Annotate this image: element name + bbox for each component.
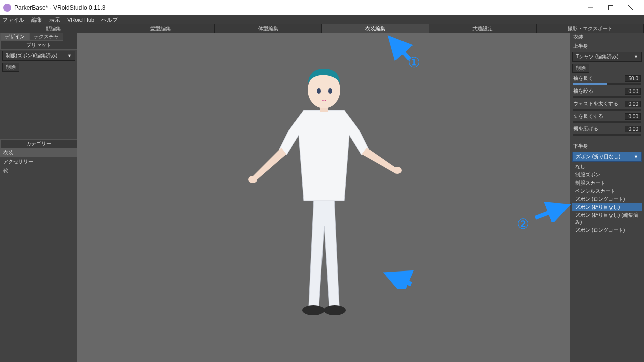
- close-button[interactable]: [621, 0, 641, 15]
- svg-point-6: [248, 176, 257, 183]
- chevron-down-icon: ▼: [634, 154, 638, 159]
- preset-delete-button[interactable]: 削除: [2, 63, 19, 72]
- annotation-number-2: ②: [517, 216, 529, 232]
- window-title: ParkerBase* - VRoidStudio 0.11.3: [14, 4, 105, 11]
- tab-export[interactable]: 撮影・エクスポート: [537, 24, 644, 33]
- upper-body-select-label: Tシャツ (編集済み): [576, 53, 619, 60]
- main-tab-bar: 顔編集 髪型編集 体型編集 衣装編集 共通設定 撮影・エクスポート: [0, 24, 644, 33]
- lower-option[interactable]: ズボン (折り目なし): [572, 203, 642, 211]
- svg-point-5: [324, 305, 346, 315]
- slider-track[interactable]: [573, 121, 641, 123]
- app-icon: [3, 4, 11, 12]
- lower-body-select-label: ズボン (折り目なし): [576, 153, 620, 160]
- chevron-down-icon: ▼: [634, 54, 638, 59]
- lower-body-label: 下半身: [570, 142, 644, 151]
- slider-label: 袖を長く: [573, 75, 593, 82]
- slider-row: ウェストを太くする0.00: [570, 99, 644, 112]
- menu-file[interactable]: ファイル: [2, 16, 24, 24]
- slider-value[interactable]: 0.00: [625, 126, 641, 132]
- minimize-button[interactable]: [581, 0, 601, 15]
- chevron-down-icon: ▼: [67, 53, 72, 58]
- preset-select-label: 制服(ズボン)(編集済み): [6, 52, 57, 59]
- slider-row: 丈を長くする0.00: [570, 112, 644, 124]
- tab-common[interactable]: 共通設定: [429, 24, 536, 33]
- maximize-button[interactable]: [601, 0, 621, 15]
- lower-option[interactable]: 制服ズボン: [572, 171, 642, 179]
- sub-tab-texture[interactable]: テクスチャ: [29, 33, 63, 41]
- tab-hair[interactable]: 髪型編集: [107, 24, 214, 33]
- annotation-arrow-bottom: [383, 269, 419, 289]
- category-list: 衣装 アクセサリー 靴: [0, 148, 77, 175]
- category-header: カテゴリー: [0, 139, 77, 148]
- lower-body-options-list: なし制服ズボン制服スカートペンシルスカートズボン (ロングコート)ズボン (折り…: [572, 163, 642, 234]
- svg-point-7: [393, 167, 402, 174]
- lower-option[interactable]: なし: [572, 163, 642, 171]
- svg-point-10: [317, 88, 321, 94]
- slider-value[interactable]: 0.00: [625, 101, 641, 107]
- menu-vroid-hub[interactable]: VRoid Hub: [67, 17, 94, 23]
- svg-point-11: [328, 88, 332, 94]
- lower-option[interactable]: ペンシルスカート: [572, 187, 642, 195]
- left-sub-tabs: デザイン テクスチャ: [0, 33, 77, 41]
- slider-value[interactable]: 0.00: [625, 88, 641, 95]
- right-header: 衣装: [570, 33, 644, 42]
- annotation-number-1: ①: [408, 54, 420, 71]
- upper-body-label: 上半身: [570, 42, 644, 51]
- tab-clothes[interactable]: 衣装編集: [322, 24, 429, 33]
- viewport-3d[interactable]: ① ②: [77, 33, 570, 362]
- slider-label: ウェストを太くする: [573, 100, 618, 107]
- right-panel: 衣装 上半身 Tシャツ (編集済み) ▼ 削除 袖を長く50.0袖を絞る0.00…: [570, 33, 644, 362]
- svg-line-14: [535, 206, 567, 218]
- category-item-clothes[interactable]: 衣装: [0, 148, 77, 157]
- menu-view[interactable]: 表示: [49, 16, 60, 24]
- svg-line-13: [387, 274, 411, 284]
- menu-bar: ファイル 編集 表示 VRoid Hub ヘルプ: [0, 15, 644, 24]
- lower-option[interactable]: ズボン (ロングコート): [572, 195, 642, 203]
- slider-track[interactable]: [573, 96, 641, 98]
- sub-tab-design[interactable]: デザイン: [0, 33, 29, 41]
- slider-track[interactable]: [573, 134, 641, 136]
- category-item-accessory[interactable]: アクセサリー: [0, 157, 77, 166]
- tab-face[interactable]: 顔編集: [0, 24, 107, 33]
- menu-edit[interactable]: 編集: [31, 16, 42, 24]
- preset-header: プリセット: [0, 41, 77, 50]
- avatar-model: [228, 50, 420, 331]
- svg-line-12: [390, 38, 410, 59]
- title-bar: ParkerBase* - VRoidStudio 0.11.3: [0, 0, 644, 15]
- slider-row: 袖を絞る0.00: [570, 86, 644, 99]
- annotation-arrow-2: [533, 202, 573, 222]
- slider-value[interactable]: 0.00: [625, 113, 641, 120]
- slider-label: 袖を絞る: [573, 87, 593, 95]
- slider-track[interactable]: [573, 109, 641, 111]
- workspace: デザイン テクスチャ プリセット 制服(ズボン)(編集済み) ▼ 削除 カテゴリ…: [0, 33, 644, 362]
- slider-label: 裾を広げる: [573, 125, 598, 132]
- slider-row: 袖を長く50.0: [570, 74, 644, 86]
- lower-option[interactable]: ズボン (折り目なし) (編集済み): [572, 211, 642, 226]
- upper-body-select[interactable]: Tシャツ (編集済み) ▼: [572, 52, 642, 62]
- slider-value[interactable]: 50.0: [625, 75, 641, 82]
- lower-option[interactable]: ズボン (ロングコート): [572, 226, 642, 234]
- slider-label: 丈を長くする: [573, 113, 603, 120]
- preset-select[interactable]: 制服(ズボン)(編集済み) ▼: [2, 51, 75, 61]
- left-panel: デザイン テクスチャ プリセット 制服(ズボン)(編集済み) ▼ 削除 カテゴリ…: [0, 33, 77, 362]
- slider-row: 裾を広げる0.00: [570, 124, 644, 137]
- slider-track[interactable]: [573, 83, 641, 85]
- svg-rect-1: [609, 5, 613, 10]
- lower-body-select[interactable]: ズボン (折り目なし) ▼: [572, 152, 642, 162]
- upper-body-delete-button[interactable]: 削除: [572, 64, 589, 73]
- lower-option[interactable]: 制服スカート: [572, 179, 642, 187]
- svg-point-4: [302, 305, 325, 315]
- menu-help[interactable]: ヘルプ: [101, 16, 118, 24]
- tab-body[interactable]: 体型編集: [215, 24, 322, 33]
- category-item-shoes[interactable]: 靴: [0, 166, 77, 175]
